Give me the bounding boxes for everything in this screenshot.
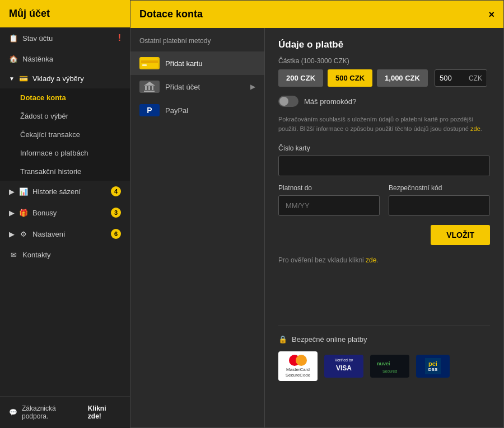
bank-method-icon: [139, 81, 160, 93]
sidebar-item-dotace-konta[interactable]: Dotace konta: [0, 88, 130, 107]
customer-support[interactable]: 💬 Zákaznická podpora. Klikni zde!: [0, 396, 130, 428]
promo-label: Máš promokód?: [304, 97, 356, 106]
sidebar-item-stav-uctu[interactable]: 📋 Stav účtu !: [0, 27, 130, 49]
consent-text: Pokračováním souhlasíš s uložením údajů …: [278, 115, 490, 133]
chevron-down-icon: ▼: [9, 76, 15, 82]
support-icon: 💬: [9, 408, 17, 416]
nuvei-logo: nuvei: [376, 358, 404, 369]
svg-rect-4: [145, 86, 147, 90]
toggle-knob: [279, 97, 288, 106]
sidebar-item-kontakty[interactable]: ✉ Kontakty: [0, 244, 130, 265]
sidebar-item-historie-sazeni[interactable]: ▶ 📊 Historie sázení 4: [0, 181, 130, 202]
gift-icon: 🎁: [19, 208, 28, 217]
sidebar-title: Můj účet: [0, 0, 130, 27]
security-title: 🔒 Bezpečné online platby: [278, 335, 490, 344]
sidebar-item-nastaveni[interactable]: ▶ ⚙ Nastavení 6: [0, 223, 130, 244]
visa-logo: VISA: [332, 362, 356, 374]
sidebar-nav: 📋 Stav účtu ! 🏠 Nástěnka ▼ 💳 Vklady a vý…: [0, 27, 130, 396]
payment-method-card[interactable]: Přidat kartu: [130, 51, 264, 75]
sidebar-section-label: Vklady a výběry: [32, 74, 84, 83]
expiry-label: Platnost do: [278, 184, 380, 192]
promo-toggle-row: Máš promokód?: [278, 96, 490, 107]
payment-methods-panel: Ostatní platební metody Přidat kartu: [130, 28, 265, 427]
home-icon: 🏠: [9, 54, 18, 63]
payment-method-bank[interactable]: Přidat účet ▶: [130, 75, 264, 98]
form-title: Údaje o platbě: [278, 39, 490, 50]
dialog-header: Dotace konta ×: [130, 1, 503, 28]
mastercard-label: MasterCardSecureCode: [286, 367, 310, 378]
chevron-right-icon: ▶: [9, 187, 15, 196]
dialog-title: Dotace konta: [139, 8, 203, 20]
dialog-body: Ostatní platební metody Přidat kartu: [130, 28, 503, 427]
amount-input[interactable]: [435, 70, 469, 86]
expiry-input[interactable]: [278, 195, 380, 216]
amount-btn-1000[interactable]: 1,000 CZK: [377, 69, 428, 87]
document-icon: 📋: [9, 34, 18, 43]
svg-rect-5: [148, 86, 150, 90]
consent-link[interactable]: zde: [470, 125, 480, 132]
amount-buttons-row: 200 CZK 500 CZK 1,000 CZK CZK: [278, 69, 490, 87]
card-icon: 💳: [19, 74, 28, 83]
sidebar-item-label: Stav účtu: [22, 34, 53, 43]
sidebar-item-informace-o-platbach[interactable]: Informace o platbách: [0, 144, 130, 162]
svg-rect-1: [141, 60, 158, 63]
card-method-label: Přidat kartu: [165, 59, 202, 68]
envelope-icon: ✉: [9, 250, 18, 259]
paypal-method-icon: P: [139, 104, 160, 116]
sidebar-section-vklady[interactable]: ▼ 💳 Vklady a výběry: [0, 69, 130, 88]
amount-currency: CZK: [469, 74, 487, 82]
sidebar-item-label: Historie sázení: [32, 187, 81, 196]
svg-rect-7: [144, 91, 155, 92]
sidebar-item-label: Nastavení: [32, 230, 66, 238]
cvv-input[interactable]: [389, 195, 490, 216]
mastercard-badge: MasterCardSecureCode: [278, 351, 318, 381]
mc-circle-orange: [296, 355, 307, 366]
svg-marker-3: [144, 82, 155, 86]
verify-text: Pro ověření bez vkladu klikni zde.: [278, 256, 490, 264]
submit-row: VLOŽIT: [278, 225, 490, 245]
chevron-right-icon: ▶: [9, 230, 15, 238]
promo-toggle[interactable]: [278, 96, 298, 107]
svg-rect-2: [142, 64, 147, 66]
pci-badge: pci DSS: [416, 355, 450, 378]
sidebar-item-zadost-o-vyber[interactable]: Žádost o výběr: [0, 107, 130, 125]
pci-label: pci DSS: [425, 358, 441, 374]
sidebar: Můj účet 📋 Stav účtu ! 🏠 Nástěnka ▼ 💳 Vk…: [0, 0, 130, 428]
arrow-right-icon: ▶: [250, 83, 255, 91]
badge-count: 3: [111, 208, 121, 218]
chart-icon: 📊: [19, 187, 28, 196]
svg-text:nuvei: nuvei: [377, 361, 390, 366]
verified-by-text: Verified by: [335, 358, 353, 362]
nuvei-label: Secured: [382, 369, 397, 374]
app-layout: Můj účet 📋 Stav účtu ! 🏠 Nástěnka ▼ 💳 Vk…: [0, 0, 504, 428]
payment-method-paypal[interactable]: P PayPal: [130, 98, 264, 122]
support-cta[interactable]: Klikni zde!: [88, 405, 121, 420]
amount-btn-500[interactable]: 500 CZK: [328, 69, 372, 87]
security-badges: MasterCardSecureCode Verified by VISA nu…: [278, 351, 490, 381]
submit-button[interactable]: VLOŽIT: [431, 225, 490, 245]
amount-btn-200[interactable]: 200 CZK: [278, 69, 323, 87]
security-section: 🔒 Bezpečné online platby MasterCard: [278, 326, 490, 381]
gear-icon: ⚙: [19, 229, 28, 238]
payment-form: Údaje o platbě Částka (100-3000 CZK) 200…: [265, 28, 503, 427]
amount-label: Částka (100-3000 CZK): [278, 57, 490, 65]
card-number-input[interactable]: [278, 156, 490, 176]
payment-methods-title: Ostatní platební metody: [130, 37, 264, 51]
mastercard-circles: [289, 355, 307, 366]
verify-link[interactable]: zde: [366, 256, 376, 264]
deposit-dialog: Dotace konta × Ostatní platební metody: [130, 0, 504, 428]
sidebar-item-bonusy[interactable]: ▶ 🎁 Bonusy 3: [0, 202, 130, 223]
sidebar-item-transakcni-historie[interactable]: Transakční historie: [0, 162, 130, 181]
sidebar-item-nastenska[interactable]: 🏠 Nástěnka: [0, 49, 130, 69]
vklady-submenu: Dotace konta Žádost o výběr Čekající tra…: [0, 88, 130, 181]
close-button[interactable]: ×: [488, 10, 494, 20]
card-number-label: Číslo karty: [278, 144, 490, 152]
sidebar-item-label: Nástěnka: [22, 55, 53, 63]
amount-input-wrap: CZK: [435, 69, 487, 87]
paypal-method-label: PayPal: [165, 106, 188, 115]
sidebar-item-label: Bonusy: [32, 209, 57, 217]
alert-icon: !: [118, 33, 121, 43]
sidebar-item-label: Kontakty: [22, 251, 51, 259]
sidebar-item-cekajici-transakce[interactable]: Čekající transakce: [0, 125, 130, 144]
nuvei-badge: nuvei Secured: [370, 355, 409, 377]
